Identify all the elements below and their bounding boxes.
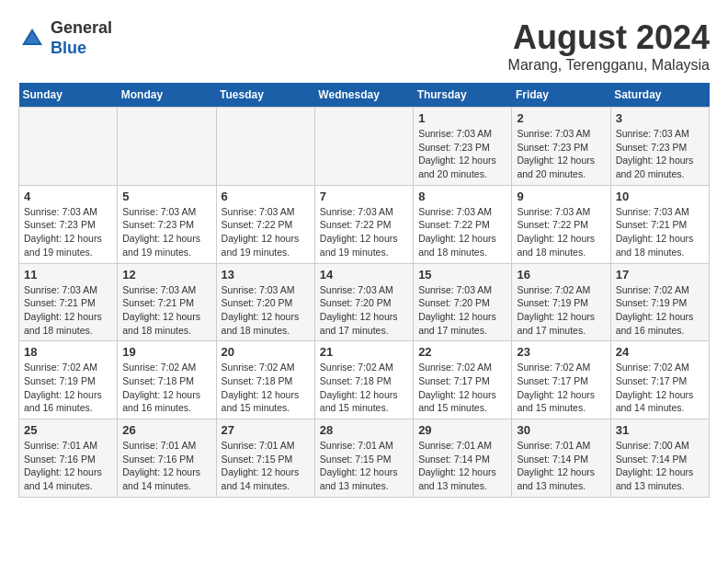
day-number: 8	[418, 190, 506, 203]
day-cell: 20Sunrise: 7:02 AMSunset: 7:18 PMDayligh…	[216, 341, 314, 419]
day-cell: 10Sunrise: 7:03 AMSunset: 7:21 PMDayligh…	[610, 185, 709, 263]
day-cell: 24Sunrise: 7:02 AMSunset: 7:17 PMDayligh…	[610, 341, 709, 419]
day-cell: 17Sunrise: 7:02 AMSunset: 7:19 PMDayligh…	[610, 263, 709, 341]
day-info: Sunrise: 7:02 AMSunset: 7:18 PMDaylight:…	[222, 361, 310, 415]
main-title: August 2024	[508, 18, 710, 57]
day-cell: 16Sunrise: 7:02 AMSunset: 7:19 PMDayligh…	[512, 263, 610, 341]
calendar-table: SundayMondayTuesdayWednesdayThursdayFrid…	[18, 83, 710, 498]
day-number: 26	[122, 423, 210, 437]
day-cell: 5Sunrise: 7:03 AMSunset: 7:23 PMDaylight…	[118, 185, 216, 263]
day-cell: 4Sunrise: 7:03 AMSunset: 7:23 PMDaylight…	[19, 185, 118, 263]
header-cell-wednesday: Wednesday	[314, 83, 413, 108]
day-number: 5	[122, 190, 210, 203]
week-row-4: 18Sunrise: 7:02 AMSunset: 7:19 PMDayligh…	[19, 341, 710, 419]
day-number: 2	[517, 111, 605, 125]
day-number: 20	[222, 345, 310, 359]
day-info: Sunrise: 7:03 AMSunset: 7:23 PMDaylight:…	[24, 205, 112, 259]
day-info: Sunrise: 7:03 AMSunset: 7:22 PMDaylight:…	[418, 205, 506, 259]
day-info: Sunrise: 7:01 AMSunset: 7:16 PMDaylight:…	[122, 439, 210, 493]
day-cell	[19, 108, 118, 186]
day-cell: 29Sunrise: 7:01 AMSunset: 7:14 PMDayligh…	[414, 419, 512, 498]
logo-general-text: General	[51, 18, 112, 37]
day-number: 27	[222, 423, 310, 437]
day-cell	[118, 108, 216, 186]
day-number: 23	[517, 345, 605, 359]
day-number: 24	[616, 345, 704, 359]
day-info: Sunrise: 7:02 AMSunset: 7:18 PMDaylight:…	[122, 361, 210, 415]
day-cell: 27Sunrise: 7:01 AMSunset: 7:15 PMDayligh…	[216, 419, 314, 498]
calendar-body: 1Sunrise: 7:03 AMSunset: 7:23 PMDaylight…	[19, 108, 710, 498]
day-cell: 15Sunrise: 7:03 AMSunset: 7:20 PMDayligh…	[414, 263, 512, 341]
day-number: 30	[517, 423, 605, 437]
logo: General Blue	[18, 18, 112, 58]
day-info: Sunrise: 7:03 AMSunset: 7:23 PMDaylight:…	[517, 127, 605, 181]
day-number: 13	[222, 268, 310, 282]
day-cell: 18Sunrise: 7:02 AMSunset: 7:19 PMDayligh…	[19, 341, 118, 419]
day-number: 22	[418, 345, 506, 359]
day-info: Sunrise: 7:01 AMSunset: 7:16 PMDaylight:…	[24, 439, 112, 493]
day-info: Sunrise: 7:01 AMSunset: 7:14 PMDaylight:…	[517, 439, 605, 493]
day-info: Sunrise: 7:03 AMSunset: 7:21 PMDaylight:…	[122, 283, 210, 338]
day-cell: 23Sunrise: 7:02 AMSunset: 7:17 PMDayligh…	[512, 341, 610, 419]
day-number: 21	[320, 345, 408, 359]
day-number: 18	[24, 345, 112, 359]
day-cell: 12Sunrise: 7:03 AMSunset: 7:21 PMDayligh…	[118, 263, 216, 341]
header-cell-thursday: Thursday	[414, 83, 512, 108]
day-info: Sunrise: 7:03 AMSunset: 7:21 PMDaylight:…	[616, 205, 704, 259]
day-info: Sunrise: 7:02 AMSunset: 7:18 PMDaylight:…	[320, 361, 408, 415]
day-info: Sunrise: 7:02 AMSunset: 7:19 PMDaylight:…	[616, 283, 704, 338]
day-cell: 26Sunrise: 7:01 AMSunset: 7:16 PMDayligh…	[118, 419, 216, 498]
day-number: 10	[616, 190, 704, 203]
day-cell	[216, 108, 314, 186]
day-info: Sunrise: 7:03 AMSunset: 7:21 PMDaylight:…	[24, 283, 112, 338]
sub-title: Marang, Terengganu, Malaysia	[508, 57, 710, 74]
day-cell: 7Sunrise: 7:03 AMSunset: 7:22 PMDaylight…	[314, 185, 413, 263]
header-cell-saturday: Saturday	[610, 83, 709, 108]
day-info: Sunrise: 7:01 AMSunset: 7:15 PMDaylight:…	[320, 439, 408, 493]
day-info: Sunrise: 7:01 AMSunset: 7:14 PMDaylight:…	[418, 439, 506, 493]
day-cell: 9Sunrise: 7:03 AMSunset: 7:22 PMDaylight…	[512, 185, 610, 263]
week-row-5: 25Sunrise: 7:01 AMSunset: 7:16 PMDayligh…	[19, 419, 710, 498]
day-cell: 13Sunrise: 7:03 AMSunset: 7:20 PMDayligh…	[216, 263, 314, 341]
week-row-2: 4Sunrise: 7:03 AMSunset: 7:23 PMDaylight…	[19, 185, 710, 263]
day-info: Sunrise: 7:03 AMSunset: 7:20 PMDaylight:…	[418, 283, 506, 338]
day-number: 7	[320, 190, 408, 203]
day-cell: 6Sunrise: 7:03 AMSunset: 7:22 PMDaylight…	[216, 185, 314, 263]
day-info: Sunrise: 7:00 AMSunset: 7:14 PMDaylight:…	[616, 439, 704, 493]
day-info: Sunrise: 7:01 AMSunset: 7:15 PMDaylight:…	[222, 439, 310, 493]
day-info: Sunrise: 7:03 AMSunset: 7:22 PMDaylight:…	[222, 205, 310, 259]
day-cell	[314, 108, 413, 186]
day-number: 6	[222, 190, 310, 203]
day-info: Sunrise: 7:03 AMSunset: 7:20 PMDaylight:…	[320, 283, 408, 338]
day-cell: 1Sunrise: 7:03 AMSunset: 7:23 PMDaylight…	[414, 108, 512, 186]
header-row: SundayMondayTuesdayWednesdayThursdayFrid…	[19, 83, 710, 108]
day-cell: 25Sunrise: 7:01 AMSunset: 7:16 PMDayligh…	[19, 419, 118, 498]
day-number: 28	[320, 423, 408, 437]
day-info: Sunrise: 7:03 AMSunset: 7:23 PMDaylight:…	[418, 127, 506, 181]
day-number: 16	[517, 268, 605, 282]
day-number: 14	[320, 268, 408, 282]
day-info: Sunrise: 7:03 AMSunset: 7:23 PMDaylight:…	[616, 127, 704, 181]
header-cell-monday: Monday	[118, 83, 216, 108]
calendar-header: SundayMondayTuesdayWednesdayThursdayFrid…	[19, 83, 710, 108]
day-info: Sunrise: 7:03 AMSunset: 7:22 PMDaylight:…	[517, 205, 605, 259]
header-cell-tuesday: Tuesday	[216, 83, 314, 108]
header-cell-sunday: Sunday	[19, 83, 118, 108]
title-block: August 2024 Marang, Terengganu, Malaysia	[508, 18, 710, 74]
day-info: Sunrise: 7:03 AMSunset: 7:20 PMDaylight:…	[222, 283, 310, 338]
day-cell: 2Sunrise: 7:03 AMSunset: 7:23 PMDaylight…	[512, 108, 610, 186]
day-cell: 11Sunrise: 7:03 AMSunset: 7:21 PMDayligh…	[19, 263, 118, 341]
day-number: 15	[418, 268, 506, 282]
day-number: 29	[418, 423, 506, 437]
week-row-3: 11Sunrise: 7:03 AMSunset: 7:21 PMDayligh…	[19, 263, 710, 341]
day-cell: 14Sunrise: 7:03 AMSunset: 7:20 PMDayligh…	[314, 263, 413, 341]
day-info: Sunrise: 7:03 AMSunset: 7:23 PMDaylight:…	[122, 205, 210, 259]
day-info: Sunrise: 7:02 AMSunset: 7:19 PMDaylight:…	[24, 361, 112, 415]
header-cell-friday: Friday	[512, 83, 610, 108]
day-info: Sunrise: 7:02 AMSunset: 7:17 PMDaylight:…	[418, 361, 506, 415]
day-cell: 28Sunrise: 7:01 AMSunset: 7:15 PMDayligh…	[314, 419, 413, 498]
day-number: 3	[616, 111, 704, 125]
day-info: Sunrise: 7:02 AMSunset: 7:19 PMDaylight:…	[517, 283, 605, 338]
day-cell: 21Sunrise: 7:02 AMSunset: 7:18 PMDayligh…	[314, 341, 413, 419]
day-number: 9	[517, 190, 605, 203]
